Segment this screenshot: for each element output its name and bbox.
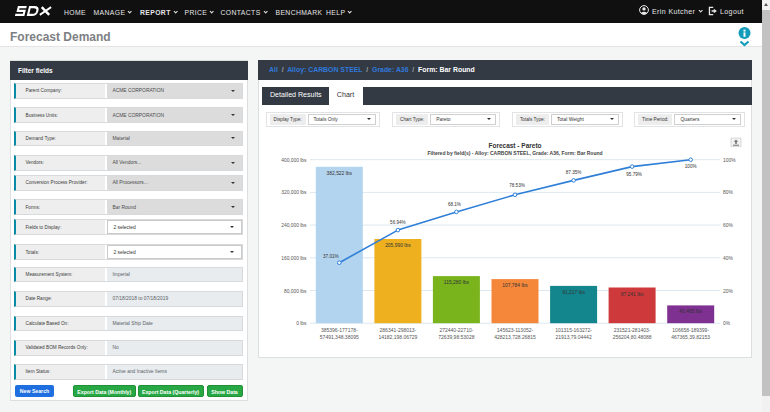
svg-text:60%: 60% (723, 223, 733, 228)
svg-text:286341-298013-: 286341-298013- (380, 327, 417, 333)
svg-text:Forecast - Pareto: Forecast - Pareto (488, 142, 541, 149)
svg-text:145623-113052-: 145623-113052- (497, 327, 534, 333)
svg-text:14182,198.06729: 14182,198.06729 (378, 334, 417, 340)
svg-text:43,485 lbs: 43,485 lbs (679, 309, 702, 314)
svg-text:56.94%: 56.94% (390, 220, 406, 225)
svg-text:256204,80.48088: 256204,80.48088 (613, 334, 652, 340)
svg-text:87,241 lbs: 87,241 lbs (621, 292, 644, 297)
svg-text:101315-163272-: 101315-163272- (555, 327, 592, 333)
svg-text:57491,348.38095: 57491,348.38095 (320, 334, 359, 340)
svg-text:78.53%: 78.53% (509, 183, 525, 188)
svg-text:100%: 100% (685, 164, 697, 169)
svg-text:37.01%: 37.01% (323, 254, 339, 259)
svg-text:100%: 100% (723, 158, 736, 163)
svg-text:160,000 lbs: 160,000 lbs (281, 256, 307, 261)
svg-text:0%: 0% (723, 321, 731, 326)
svg-text:320,000 lbs: 320,000 lbs (281, 190, 307, 195)
svg-text:272440-22710-: 272440-22710- (439, 327, 473, 333)
svg-text:385396-177178-: 385396-177178- (321, 327, 358, 333)
svg-text:68.1%: 68.1% (448, 202, 461, 207)
svg-text:40%: 40% (723, 256, 733, 261)
svg-text:231521-281403-: 231521-281403- (614, 327, 651, 333)
svg-text:115,280 lbs: 115,280 lbs (444, 280, 470, 285)
svg-text:428213,728.26815: 428213,728.26815 (494, 334, 536, 340)
svg-text:400,000 lbs: 400,000 lbs (281, 158, 307, 163)
svg-text:Filtered by field(s) - Alloy:: Filtered by field(s) - Alloy: CARBON STE… (427, 150, 602, 156)
svg-text:0 lbs: 0 lbs (296, 321, 307, 326)
svg-text:20%: 20% (723, 289, 733, 294)
svg-text:95.79%: 95.79% (626, 172, 642, 177)
svg-text:80%: 80% (723, 190, 733, 195)
svg-text:21913,79.04442: 21913,79.04442 (556, 334, 592, 340)
svg-text:382,522 lbs: 382,522 lbs (327, 171, 353, 176)
svg-text:205,990 lbs: 205,990 lbs (385, 243, 411, 248)
svg-text:467365,39.82153: 467365,39.82153 (671, 334, 710, 340)
svg-text:107,784 lbs: 107,784 lbs (502, 283, 528, 288)
svg-text:240,000 lbs: 240,000 lbs (281, 223, 307, 228)
svg-text:72639,98.53028: 72639,98.53028 (438, 334, 474, 340)
svg-text:87.35%: 87.35% (566, 170, 582, 175)
svg-text:91,217 lbs: 91,217 lbs (562, 290, 585, 295)
svg-text:80,000 lbs: 80,000 lbs (284, 289, 307, 294)
svg-text:106658-189399-: 106658-189399- (672, 327, 709, 333)
